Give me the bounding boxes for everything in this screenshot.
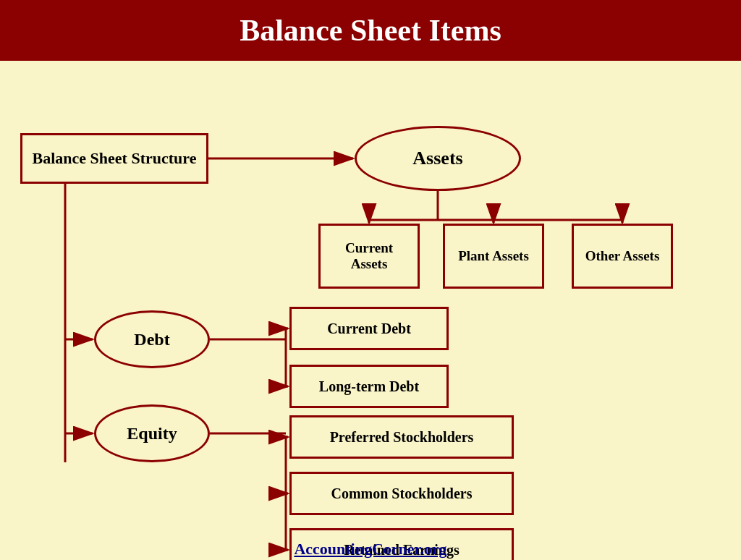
longterm-debt-node: Long-term Debt bbox=[289, 365, 449, 408]
current-debt-node: Current Debt bbox=[289, 307, 449, 350]
other-assets-node: Other Assets bbox=[572, 224, 673, 289]
page-title: Balance Sheet Items bbox=[7, 13, 734, 48]
header: Balance Sheet Items bbox=[0, 0, 741, 61]
balance-sheet-structure-node: Balance Sheet Structure bbox=[20, 133, 208, 184]
debt-node: Debt bbox=[94, 310, 210, 368]
diagram-area: Balance Sheet Structure Assets Current A… bbox=[0, 61, 741, 560]
preferred-stockholders-node: Preferred Stockholders bbox=[289, 415, 514, 459]
assets-node: Assets bbox=[355, 126, 521, 191]
current-assets-node: Current Assets bbox=[318, 224, 420, 289]
plant-assets-node: Plant Assets bbox=[443, 224, 544, 289]
footer-link[interactable]: AccountingCorner.org bbox=[0, 540, 741, 559]
common-stockholders-node: Common Stockholders bbox=[289, 472, 514, 515]
equity-node: Equity bbox=[94, 404, 210, 462]
